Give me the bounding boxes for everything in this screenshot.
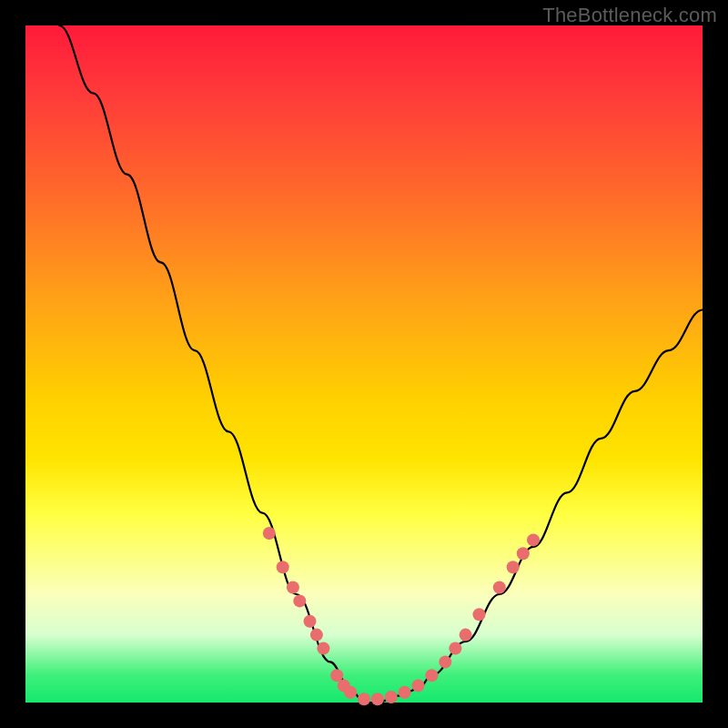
data-marker (385, 691, 398, 703)
chart-plot-area (25, 25, 703, 703)
data-marker (371, 693, 384, 705)
data-marker (277, 561, 289, 573)
data-marker (310, 629, 323, 642)
data-marker (263, 527, 276, 540)
data-marker (344, 686, 357, 699)
data-marker (317, 642, 329, 655)
data-marker (358, 693, 370, 705)
data-marker (517, 547, 530, 560)
data-marker (287, 581, 299, 594)
curve-layer (59, 25, 703, 703)
data-marker (449, 642, 461, 655)
data-marker (304, 615, 317, 628)
watermark-text: TheBottleneck.com (542, 4, 717, 27)
marker-layer (263, 527, 540, 705)
data-marker (293, 594, 306, 607)
data-marker (493, 581, 506, 594)
data-marker (425, 669, 438, 682)
data-marker (399, 686, 411, 699)
data-marker (460, 629, 472, 642)
data-marker (507, 561, 520, 573)
chart-frame: TheBottleneck.com (0, 0, 728, 728)
data-marker (439, 655, 451, 668)
chart-svg (25, 25, 703, 703)
data-marker (412, 679, 425, 692)
data-marker (473, 608, 486, 621)
data-marker (527, 533, 540, 546)
bottleneck-curve (59, 25, 703, 703)
